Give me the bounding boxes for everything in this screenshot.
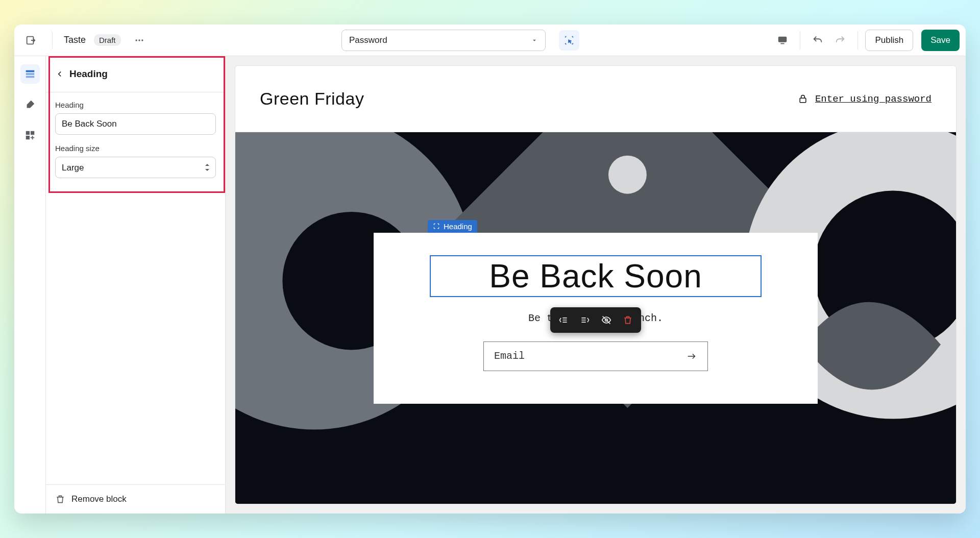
svg-point-2 — [138, 39, 140, 41]
svg-rect-5 — [781, 43, 785, 44]
eye-off-icon — [601, 315, 611, 325]
trash-icon — [623, 315, 633, 325]
svg-rect-7 — [26, 73, 34, 75]
undo-icon — [812, 35, 823, 46]
block-toolbar — [550, 307, 641, 333]
desktop-icon — [777, 35, 788, 46]
paintbrush-icon — [24, 99, 36, 110]
move-down-button[interactable] — [575, 310, 595, 330]
caret-down-icon — [531, 37, 538, 44]
block-settings-panel: Heading Heading Heading size Large — [46, 56, 226, 513]
theme-name: Taste — [64, 35, 86, 45]
svg-rect-6 — [26, 70, 34, 72]
app-window: Taste Draft Password — [14, 25, 966, 513]
block-select-icon — [433, 223, 440, 230]
topbar-right-cluster: Publish Save — [772, 30, 960, 51]
hero-section: Heading Be Back Soon Be the firs we laun… — [235, 132, 956, 504]
remove-block-label: Remove block — [71, 494, 127, 504]
inspector-toggle[interactable] — [559, 30, 579, 51]
exit-button[interactable] — [20, 30, 53, 51]
outdent-icon — [558, 315, 569, 325]
exit-icon — [25, 35, 36, 46]
svg-rect-9 — [26, 131, 29, 135]
ellipsis-icon — [134, 35, 144, 45]
heading-text: Be Back Soon — [441, 257, 750, 295]
heading-field-label: Heading — [55, 101, 216, 109]
store-name: Green Friday — [260, 89, 364, 109]
viewport-desktop-button[interactable] — [772, 30, 793, 51]
undo-button[interactable] — [807, 30, 828, 51]
rail-apps[interactable] — [20, 126, 40, 145]
arrow-right-icon — [686, 351, 697, 362]
remove-block-button[interactable]: Remove block — [46, 484, 225, 513]
preview-canvas: Green Friday Enter using password — [235, 65, 957, 504]
panel-body: Heading Heading size Large — [46, 92, 225, 484]
heading-block[interactable]: Be Back Soon — [430, 255, 762, 297]
panel-header: Heading — [46, 56, 225, 92]
svg-point-17 — [608, 156, 647, 194]
enter-password-label: Enter using password — [815, 93, 932, 105]
lock-icon — [798, 94, 808, 104]
canvas-wrap: Green Friday Enter using password — [226, 56, 966, 513]
left-rail — [14, 56, 46, 513]
svg-rect-11 — [26, 136, 29, 139]
apps-icon — [24, 130, 36, 141]
delete-block-button[interactable] — [618, 310, 638, 330]
svg-point-3 — [141, 39, 143, 41]
page-selector-label: Password — [349, 35, 387, 45]
block-badge: Heading — [428, 220, 477, 233]
chevron-left-icon — [55, 69, 64, 79]
heading-size-select[interactable]: Large — [55, 157, 216, 178]
storefront-header: Green Friday Enter using password — [235, 66, 956, 132]
main-body: Heading Heading Heading size Large — [14, 56, 966, 513]
svg-rect-12 — [800, 98, 806, 102]
sections-icon — [24, 68, 36, 80]
rail-theme-settings[interactable] — [20, 95, 40, 114]
move-up-button[interactable] — [553, 310, 574, 330]
svg-rect-4 — [778, 36, 787, 42]
rail-sections[interactable] — [20, 64, 40, 84]
email-placeholder: Email — [494, 350, 525, 362]
top-bar: Taste Draft Password — [14, 25, 966, 56]
svg-rect-10 — [30, 131, 34, 135]
enter-password-link[interactable]: Enter using password — [798, 93, 932, 105]
save-button[interactable]: Save — [921, 30, 960, 51]
inspector-icon — [564, 35, 575, 46]
indent-icon — [580, 315, 590, 325]
svg-rect-8 — [26, 76, 34, 78]
more-menu-button[interactable] — [130, 31, 149, 50]
redo-icon — [835, 35, 846, 46]
back-button[interactable] — [55, 69, 64, 79]
redo-button[interactable] — [830, 30, 850, 51]
page-selector[interactable]: Password — [341, 30, 546, 51]
publish-button[interactable]: Publish — [865, 30, 913, 51]
email-input[interactable]: Email — [483, 341, 708, 371]
trash-icon — [55, 494, 65, 504]
hide-block-button[interactable] — [596, 310, 617, 330]
svg-point-1 — [135, 39, 137, 41]
password-card: Heading Be Back Soon Be the firs we laun… — [374, 233, 818, 404]
heading-input[interactable] — [55, 113, 216, 135]
panel-title: Heading — [69, 68, 108, 80]
status-badge: Draft — [94, 34, 121, 46]
size-field-label: Heading size — [55, 144, 216, 153]
